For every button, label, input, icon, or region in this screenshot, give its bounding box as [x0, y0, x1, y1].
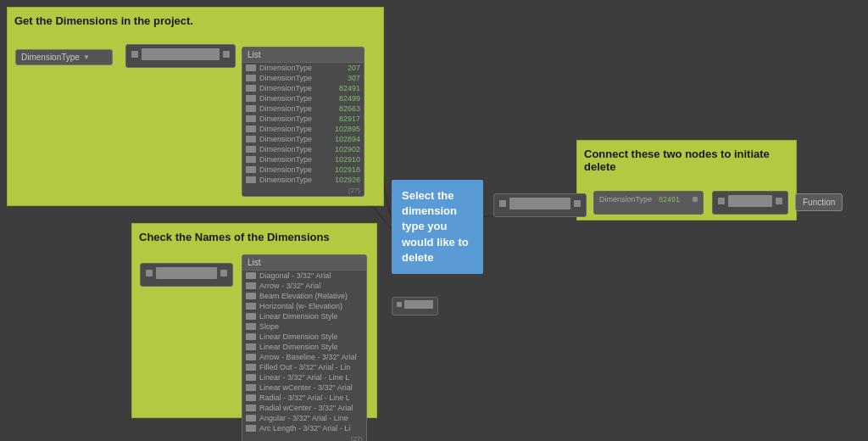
canvas: Get the Dimensions in the project. Check…	[0, 0, 868, 441]
list-item: Filled Out - 3/32" Arial - Lin	[242, 362, 366, 372]
list-item: DimensionType 102910	[242, 154, 364, 165]
port-left	[718, 198, 725, 204]
small-node-below-tooltip	[392, 297, 438, 315]
port-right	[776, 198, 782, 204]
list-item: Slope	[242, 321, 366, 332]
port-left	[131, 51, 138, 58]
port-right	[693, 197, 698, 202]
list-item: Linear Dimension Style	[242, 332, 366, 342]
list-item: Linear wCenter - 3/32" Arial	[242, 382, 366, 393]
list-item: Radial - 3/32" Arial - Line L	[242, 393, 366, 403]
bottom-annotation-title: Check the Names of the Dimensions	[139, 231, 370, 243]
list-item: Radial wCenter - 3/32" Arial	[242, 403, 366, 413]
tooltip-text: Select the dimension type you would like…	[402, 189, 469, 264]
port	[397, 302, 402, 307]
dim-type-label: DimensionType	[599, 195, 652, 204]
list-item: DimensionType 307	[242, 73, 364, 83]
port-left	[146, 270, 153, 276]
tooltip-callout: Select the dimension type you would like…	[392, 180, 483, 274]
list-item: DimensionType 82499	[242, 93, 364, 103]
dropdown-arrow-icon: ▼	[83, 53, 90, 61]
connector-node-right	[712, 191, 788, 215]
function-node: Function	[795, 193, 843, 211]
content-bar	[728, 195, 772, 207]
list-node-bottom: List Diagonal - 3/32" Arial Arrow - 3/32…	[242, 254, 367, 441]
list-item: DimensionType 82491	[242, 83, 364, 93]
list-item: DimensionType 82663	[242, 103, 364, 114]
list-item: Linear Dimension Style	[242, 311, 366, 321]
list-item: DimensionType 102895	[242, 124, 364, 134]
list-item-icon	[246, 64, 256, 71]
list-item: Diagonal - 3/32" Arial	[242, 271, 366, 281]
bar	[404, 300, 433, 309]
list-bottom-footer: (27)	[242, 433, 366, 441]
list-node-bottom-header: List	[242, 255, 366, 271]
list-item: DimensionType 82917	[242, 114, 364, 124]
list-item: Linear - 3/32" Arial - Line L	[242, 372, 366, 382]
list-item: DimensionType 207	[242, 63, 364, 73]
dropdown-label: DimensionType	[21, 53, 80, 62]
function-label: Function	[803, 198, 835, 207]
list-item: Arrow - 3/32" Arial	[242, 281, 366, 291]
connector-node-top	[493, 193, 587, 217]
dimension-type-dropdown[interactable]: DimensionType ▼	[15, 49, 113, 65]
list-item: Linear Dimension Style	[242, 342, 366, 352]
port-right	[574, 200, 581, 207]
list-item: DimensionType 102926	[242, 175, 364, 185]
content-bar	[142, 48, 220, 60]
port-right	[223, 51, 230, 58]
port-right	[220, 270, 227, 276]
list-item: DimensionType 102902	[242, 144, 364, 154]
content-bar	[156, 267, 217, 279]
bottom-left-node	[140, 263, 233, 287]
top-annotation-title: Get the Dimensions in the project.	[14, 14, 376, 27]
list-item: Horizontal (w- Elevation)	[242, 301, 366, 311]
list-item: Arrow - Baseline - 3/32" Arial	[242, 352, 366, 362]
port-left	[499, 200, 506, 207]
right-annotation-title: Connect these two nodes to initiate dele…	[584, 148, 789, 173]
list-item: Angular - 3/32" Arial - Line	[242, 413, 366, 423]
list-node-top-header: List	[242, 47, 364, 63]
list-item: Arc Length - 3/32" Arial - Li	[242, 423, 366, 433]
list-item: DimensionType 102918	[242, 165, 364, 175]
dim-type-value-node: DimensionType 82491	[593, 191, 704, 215]
dim-type-value: 82491	[659, 195, 680, 204]
list-top-footer: (27)	[242, 185, 364, 196]
list-item: DimensionType 102894	[242, 134, 364, 144]
middle-node-top	[125, 44, 236, 68]
list-node-top: List DimensionType 207 DimensionType 307…	[242, 47, 364, 197]
list-item: Beam Elevation (Relative)	[242, 291, 366, 301]
content-bar	[509, 198, 570, 209]
